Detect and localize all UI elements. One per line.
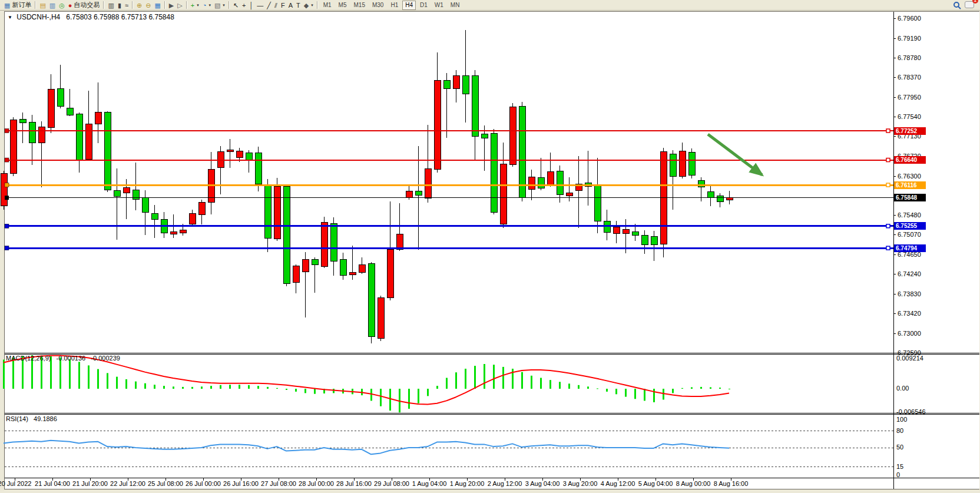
new-order-button[interactable]: ▦ 新订单 <box>2 1 33 10</box>
toolbar-separator <box>164 1 165 9</box>
time-axis-label: 8 Aug 16:00 <box>714 480 749 487</box>
label-button[interactable]: T <box>294 1 302 10</box>
timeframe-mn-button[interactable]: MN <box>448 1 463 10</box>
timeframe-m30-button[interactable]: M30 <box>369 1 386 10</box>
time-axis-label: 1 Aug 04:00 <box>412 480 447 487</box>
chart-plot-area[interactable] <box>5 12 893 478</box>
rsi-axis-label: 50 <box>896 444 903 451</box>
price-level-badge: 6.76116 <box>894 181 926 189</box>
toolbar-separator <box>103 1 104 9</box>
timeframe-d1-button[interactable]: D1 <box>417 1 431 10</box>
trendline-button[interactable]: ╱ <box>265 1 273 10</box>
crosshair-icon: + <box>242 1 246 10</box>
timeframe-h1-button[interactable]: H1 <box>388 1 401 10</box>
bar-chart-button[interactable]: ▥ <box>106 1 115 10</box>
time-axis-label: 22 Jul 12:00 <box>110 480 145 487</box>
channel-icon: ⫽ <box>274 1 277 10</box>
crosshair-button[interactable]: + <box>240 1 247 10</box>
zoom-out-button[interactable]: ⊖ <box>144 1 153 10</box>
dropdown-caret-icon[interactable]: ▾ <box>311 3 313 8</box>
time-axis-label: 3 Aug 04:00 <box>525 480 560 487</box>
chart-shift-button[interactable]: ▷ <box>176 1 184 10</box>
price-axis-label: 6.73420 <box>898 310 921 317</box>
period-clock-icon: ◔ <box>203 1 207 10</box>
zoom-in-button[interactable]: ⊕ <box>135 1 144 10</box>
indicators-button[interactable]: +▾ <box>189 1 201 10</box>
auto-trading-button[interactable]: ● 自动交易 <box>67 1 102 10</box>
price-axis-label: 6.78780 <box>898 54 921 61</box>
market-watch-button[interactable]: ▤ <box>38 1 47 10</box>
price-axis-label: 6.73000 <box>898 330 921 337</box>
drawing-tools-group: ↖+│—╱⫽FAT◆▾ <box>231 1 315 10</box>
dropdown-caret-icon[interactable]: ▾ <box>208 3 211 8</box>
price-level-badge: 6.77252 <box>894 127 926 135</box>
bar-chart-icon: ▥ <box>108 1 114 10</box>
data-window-icon: ▥ <box>49 1 55 10</box>
shapes-button[interactable]: ◆▾ <box>302 1 315 10</box>
price-axis-label: 6.77950 <box>898 94 921 101</box>
notification-count-badge: 1 <box>972 0 978 4</box>
timeframe-m1-button[interactable]: M1 <box>320 1 335 10</box>
tile-windows-icon: ▦ <box>154 1 160 10</box>
toolbar-separator <box>186 1 187 9</box>
horizontal-line-button[interactable]: — <box>255 1 265 10</box>
label-icon: T <box>296 1 300 10</box>
time-axis-label: 21 Jul 04:00 <box>35 480 70 487</box>
data-window-button[interactable]: ▥ <box>48 1 57 10</box>
dropdown-caret-icon[interactable]: ▾ <box>197 3 199 8</box>
time-axis-label: 25 Jul 08:00 <box>148 480 183 487</box>
price-axis-label: 6.79190 <box>898 35 921 42</box>
vertical-line-icon: │ <box>249 1 253 10</box>
price-axis-label: 6.74240 <box>898 270 921 277</box>
time-axis-label: 29 Jul 08:00 <box>374 480 409 487</box>
navigator-icon: ◎ <box>59 1 65 10</box>
dropdown-caret-icon[interactable]: ▾ <box>223 3 225 8</box>
price-level-badge: 6.75255 <box>894 222 926 230</box>
candlestick-chart-button[interactable]: ▮ <box>116 1 123 10</box>
trendline-icon: ╱ <box>267 1 271 10</box>
auto-trading-label: 自动交易 <box>74 1 100 9</box>
auto-trading-icon: ● <box>68 1 72 10</box>
rsi-axis-label: 0 <box>896 471 900 478</box>
fibonacci-button[interactable]: F <box>279 1 287 10</box>
timeframe-h4-button[interactable]: H4 <box>402 1 416 10</box>
timeframe-w1-button[interactable]: W1 <box>432 1 446 10</box>
channel-button[interactable]: ⫽ <box>273 1 279 10</box>
timeframe-m5-button[interactable]: M5 <box>336 1 350 10</box>
search-icon[interactable] <box>953 1 961 9</box>
scroll-group: ▶▷ <box>167 1 184 10</box>
macd-axis-max: 0.009214 <box>896 355 923 362</box>
rsi-axis-label: 100 <box>896 416 907 423</box>
auto-scroll-button[interactable]: ▶ <box>167 1 176 10</box>
text-icon: A <box>289 1 293 10</box>
price-axis-label: 6.75070 <box>898 231 921 238</box>
fibonacci-icon: F <box>281 1 285 10</box>
chart-type-group: ▥▮≈ <box>106 1 130 10</box>
notifications-icon[interactable]: 1 <box>965 0 974 11</box>
time-axis-label: 8 Aug 00:00 <box>676 480 711 487</box>
time-axis-label: 26 Jul 00:00 <box>186 480 221 487</box>
toolbar-right-group: 1 <box>953 0 978 11</box>
timeframe-m15-button[interactable]: M15 <box>351 1 368 10</box>
price-level-badge: 6.74794 <box>894 244 926 252</box>
price-axis-label: 6.74650 <box>898 251 921 258</box>
time-axis-label: 4 Aug 12:00 <box>601 480 635 487</box>
period-clock-button[interactable]: ◔▾ <box>201 1 213 10</box>
line-chart-button[interactable]: ≈ <box>123 1 130 10</box>
price-axis-label: 6.73830 <box>898 290 921 297</box>
time-axis-label: 26 Jul 16:00 <box>223 480 259 487</box>
cursor-button[interactable]: ↖ <box>231 1 240 10</box>
new-order-label: 新订单 <box>12 1 31 9</box>
new-order-icon: ▦ <box>4 1 10 10</box>
time-axis-label: 1 Aug 20:00 <box>450 480 485 487</box>
tile-windows-button[interactable]: ▦ <box>153 1 162 10</box>
macd-axis-min: -0.006546 <box>896 408 926 415</box>
navigator-button[interactable]: ◎ <box>57 1 67 10</box>
time-axis-label: 28 Jul 00:00 <box>299 480 334 487</box>
text-button[interactable]: A <box>287 1 294 10</box>
time-axis-label: 3 Aug 20:00 <box>563 480 598 487</box>
toolbar-separator <box>35 1 36 9</box>
time-axis-label: 28 Jul 16:00 <box>336 480 372 487</box>
template-button[interactable]: ▧▾ <box>213 1 227 10</box>
vertical-line-button[interactable]: │ <box>247 1 255 10</box>
